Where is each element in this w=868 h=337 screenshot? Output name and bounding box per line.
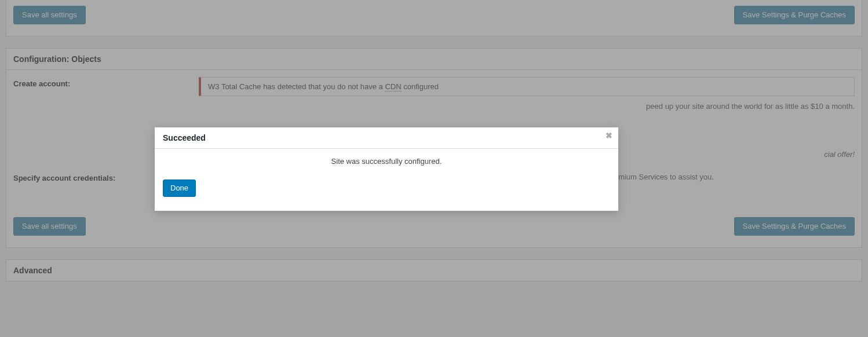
- modal-title: Succeeded: [163, 133, 206, 142]
- done-button[interactable]: Done: [163, 180, 196, 197]
- success-modal: Succeeded ✖ Site was successfully config…: [155, 127, 618, 211]
- close-icon[interactable]: ✖: [606, 131, 612, 140]
- modal-body-text: Site was successfully configured.: [155, 149, 618, 174]
